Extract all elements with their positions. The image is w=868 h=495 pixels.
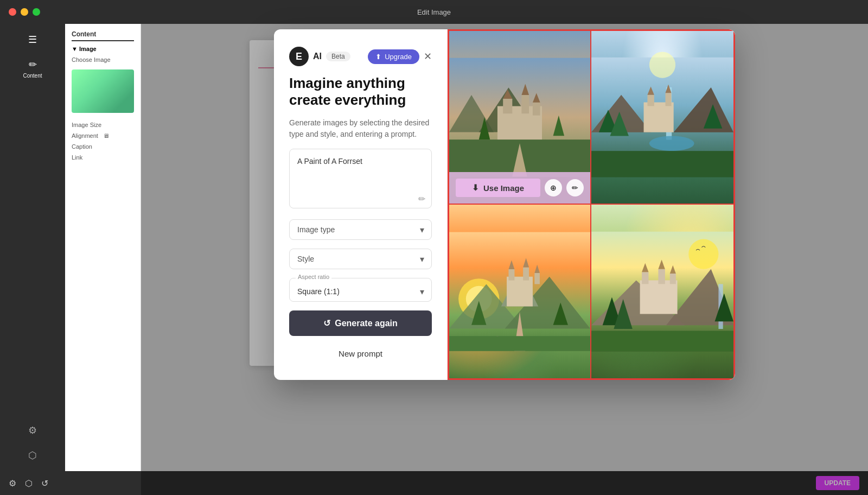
image-cell-2[interactable] (591, 31, 733, 205)
choose-image-label[interactable]: Choose Image (72, 56, 134, 63)
image-section-header[interactable]: ▼ Image (72, 46, 134, 52)
new-prompt-button[interactable]: New prompt (289, 345, 432, 363)
svg-rect-5 (521, 95, 529, 113)
aspect-ratio-wrapper: Aspect ratio Square (1:1) Landscape (16:… (289, 278, 432, 302)
image-cell-4[interactable] (591, 205, 733, 378)
sidebar-content-item[interactable]: ✏ Content (18, 54, 46, 83)
sidebar-menu-icon[interactable]: ☰ (24, 29, 41, 50)
bottom-settings-icon[interactable]: ⚙ (9, 478, 16, 488)
minimize-button[interactable] (21, 8, 28, 16)
modal-beta-badge: Beta (326, 52, 350, 61)
image-cell-1[interactable]: ⬇ Use Image ⊕ ✏ (449, 31, 591, 205)
use-image-button[interactable]: ⬇ Use Image (456, 179, 540, 197)
svg-rect-55 (642, 272, 648, 284)
image-type-wrapper: Image type Realistic Illustration Cartoo… (289, 219, 432, 240)
use-image-label: Use Image (483, 183, 524, 193)
layers-icon: ⬡ (28, 449, 37, 461)
svg-rect-6 (533, 103, 540, 116)
logo-letter: E (296, 51, 302, 62)
use-image-overlay: ⬇ Use Image ⊕ ✏ (449, 172, 590, 204)
ai-modal: E AI Beta ⬆ Upgrade ✕ (274, 29, 735, 380)
svg-rect-37 (523, 268, 529, 281)
content-panel-title: Content (72, 30, 134, 41)
svg-rect-38 (534, 273, 540, 284)
svg-rect-27 (591, 151, 733, 177)
close-icon: ✕ (424, 50, 432, 62)
editor-bg: ☰ ✏ Content ⚙ ⬡ ↺ Content ▼ Image Choose… (0, 24, 868, 495)
castle-svg-2 (591, 31, 733, 204)
alignment-label: Alignment 🖥 (72, 132, 134, 139)
content-panel: Content ▼ Image Choose Image Image Size … (65, 24, 141, 495)
modal-left-panel: E AI Beta ⬆ Upgrade ✕ (274, 29, 448, 380)
image-2 (591, 31, 733, 204)
svg-rect-24 (666, 93, 672, 106)
svg-rect-4 (503, 99, 512, 113)
new-prompt-label: New prompt (339, 349, 382, 358)
bottom-history-icon[interactable]: ↺ (41, 478, 48, 488)
titlebar: Edit Image (0, 0, 868, 24)
modal-title: Imagine anything create everything (289, 75, 432, 109)
link-label: Link (72, 154, 134, 161)
image-grid: ⬇ Use Image ⊕ ✏ (448, 29, 735, 380)
image-thumbnail[interactable] (72, 69, 134, 113)
generate-again-button[interactable]: ↺ Generate again (289, 310, 432, 336)
close-modal-button[interactable]: ✕ (424, 50, 432, 62)
left-sidebar: ☰ ✏ Content ⚙ ⬡ ↺ (0, 24, 65, 495)
image-3 (449, 205, 590, 378)
hamburger-icon: ☰ (28, 34, 37, 46)
modal-logo: E (289, 47, 309, 66)
edit-icon[interactable]: ✏ (566, 179, 584, 196)
generate-icon: ↺ (323, 318, 330, 328)
thumb-preview (72, 69, 134, 113)
image-type-select[interactable]: Image type Realistic Illustration Cartoo… (289, 219, 432, 240)
canvas-area: .com E AI Beta (141, 24, 868, 495)
style-select[interactable]: Style Vivid Natural Cinematic (289, 249, 432, 269)
castle-svg-3 (449, 205, 590, 378)
svg-rect-22 (644, 103, 674, 132)
image-4 (591, 205, 733, 378)
image-section-label: ▼ Image (72, 46, 97, 52)
prompt-textarea[interactable]: A Paint of A Forrset (289, 149, 432, 208)
pencil-icon: ✏ (29, 59, 37, 71)
castle-svg-4 (591, 205, 733, 378)
upgrade-label: Upgrade (385, 53, 412, 61)
svg-point-28 (649, 52, 675, 78)
title-line1: Imagine anything (289, 75, 405, 91)
style-wrapper: Style Vivid Natural Cinematic (289, 249, 432, 269)
image-cell-3[interactable] (449, 205, 591, 378)
modal-header-row: E AI Beta ⬆ Upgrade ✕ (289, 47, 432, 66)
aspect-ratio-label: Aspect ratio (296, 274, 331, 280)
caption-label: Caption (72, 143, 134, 150)
image-size-label: Image Size (72, 122, 134, 128)
window-title: Edit Image (417, 8, 451, 16)
title-line2: create everything (289, 92, 406, 108)
maximize-button[interactable] (33, 8, 40, 16)
svg-point-21 (649, 136, 694, 151)
zoom-symbol: ⊕ (550, 183, 557, 192)
edit-prompt-icon: ✏ (418, 194, 425, 204)
svg-rect-23 (647, 95, 654, 106)
svg-point-50 (688, 239, 718, 269)
svg-rect-54 (640, 281, 678, 314)
sidebar-content-label: Content (23, 73, 42, 79)
svg-rect-57 (670, 274, 676, 284)
svg-rect-36 (508, 269, 514, 281)
close-button[interactable] (9, 8, 16, 16)
gear-icon: ⚙ (28, 424, 37, 436)
aspect-ratio-select[interactable]: Square (1:1) Landscape (16:9) Portrait (… (289, 278, 432, 302)
svg-rect-56 (658, 269, 665, 284)
sidebar-settings-icon[interactable]: ⚙ (24, 420, 41, 441)
upgrade-icon: ⬆ (375, 53, 381, 61)
sidebar-layers-icon[interactable]: ⬡ (24, 445, 41, 466)
upgrade-button[interactable]: ⬆ Upgrade (368, 49, 419, 64)
svg-rect-48 (449, 336, 590, 351)
generate-label: Generate again (335, 319, 398, 328)
svg-rect-64 (591, 331, 733, 352)
zoom-icon[interactable]: ⊕ (545, 179, 562, 196)
modal-subtitle: Generate images by selecting the desired… (289, 117, 432, 140)
modal-brand: AI (313, 52, 322, 61)
modal-overlay: E AI Beta ⬆ Upgrade ✕ (141, 24, 868, 495)
svg-rect-35 (507, 277, 533, 307)
modal-right-panel: ⬇ Use Image ⊕ ✏ (448, 29, 735, 380)
bottom-layers-icon[interactable]: ⬡ (25, 478, 33, 488)
